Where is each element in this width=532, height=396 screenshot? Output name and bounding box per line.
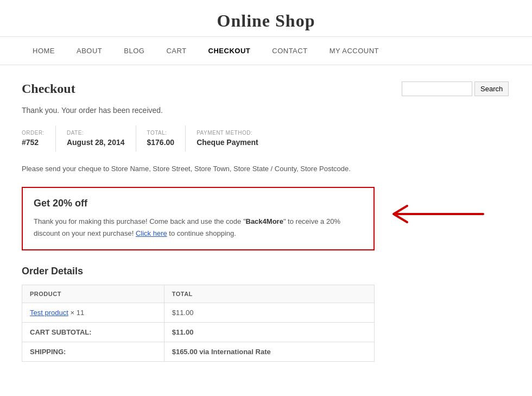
nav-link-home[interactable]: HOME [22,37,66,65]
col-total-header: TOTAL [164,285,374,303]
nav-item-home[interactable]: HOME [22,37,66,65]
red-arrow-annotation [380,198,489,230]
nav-item-contact[interactable]: CONTACT [261,37,318,65]
main-container: Checkout Thank you. Your order has been … [0,65,532,378]
subtotal-value: $11.00 [164,322,374,342]
payment-value: Cheque Payment [197,138,258,147]
nav-link-cart[interactable]: CART [155,37,197,65]
order-meta: ORDER: #752 DATE: August 28, 2014 TOTAL:… [22,125,380,152]
product-quantity: × 11 [70,309,84,317]
site-header: Online Shop [0,0,532,37]
order-label: ORDER: [22,130,45,136]
nav-item-cart[interactable]: CART [155,37,197,65]
promo-box: Get 20% off Thank you for making this pu… [22,187,375,250]
promo-text: Thank you for making this purchase! Come… [34,216,363,240]
subtotal-label: CART SUBTOTAL: [22,322,164,342]
promo-code: Back4More [246,217,283,225]
order-date-block: DATE: August 28, 2014 [67,125,136,152]
nav-link-blog[interactable]: BLOG [113,37,155,65]
shipping-value: $165.00 via International Rate [164,342,374,361]
search-button[interactable]: Search [474,81,509,96]
order-value: #752 [22,138,39,147]
nav-item-blog[interactable]: BLOG [113,37,155,65]
shipping-row: SHIPPING: $165.00 via International Rate [22,342,375,361]
date-label: DATE: [67,130,125,136]
payment-label: PAYMENT METHOD: [197,130,258,136]
nav-item-checkout[interactable]: CHECKOUT [198,37,262,65]
order-payment-block: PAYMENT METHOD: Cheque Payment [197,125,269,152]
date-value: August 28, 2014 [67,138,125,147]
product-link[interactable]: Test product [30,309,68,317]
product-total-cell: $11.00 [164,303,374,322]
promo-text-end: to continue shopping. [167,229,236,237]
nav-link-myaccount[interactable]: MY ACCOUNT [319,37,390,65]
search-input[interactable] [402,81,472,96]
total-value: $176.00 [147,138,175,147]
table-row: Test product × 11 $11.00 [22,303,375,322]
thank-you-message: Thank you. Your order has been received. [22,106,380,115]
product-cell: Test product × 11 [22,303,164,322]
cart-subtotal-row: CART SUBTOTAL: $11.00 [22,322,375,342]
promo-text-before: Thank you for making this purchase! Come… [34,217,246,225]
order-total-block: TOTAL: $176.00 [147,125,186,152]
order-table: PRODUCT TOTAL Test product × 11 $11.00 C… [22,285,375,362]
shipping-label: SHIPPING: [22,342,164,361]
site-title: Online Shop [0,11,532,31]
order-number-block: ORDER: #752 [22,125,56,152]
promo-click-here-link[interactable]: Click here [136,229,167,237]
cheque-notice: Please send your cheque to Store Name, S… [22,164,380,175]
nav-item-about[interactable]: ABOUT [66,37,113,65]
total-label: TOTAL: [147,130,175,136]
main-nav: HOME ABOUT BLOG CART CHECKOUT CONTACT MY… [0,37,532,65]
nav-link-about[interactable]: ABOUT [66,37,113,65]
nav-link-checkout[interactable]: CHECKOUT [198,37,262,65]
nav-item-myaccount[interactable]: MY ACCOUNT [319,37,390,65]
col-product-header: PRODUCT [22,285,164,303]
content-area: Checkout Thank you. Your order has been … [22,81,380,362]
nav-link-contact[interactable]: CONTACT [261,37,318,65]
promo-title: Get 20% off [34,198,363,209]
order-details-title: Order Details [22,266,380,277]
search-box: Search [402,81,510,96]
page-title: Checkout [22,81,380,96]
